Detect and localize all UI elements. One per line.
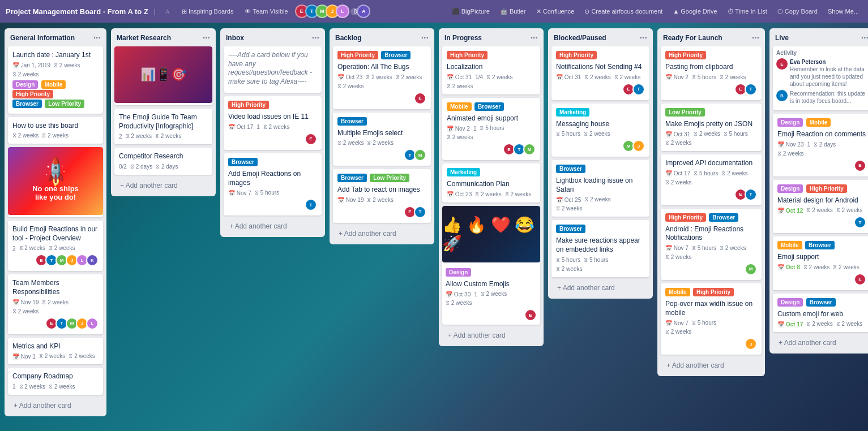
card-custom-emoji-web[interactable]: Design Browser Custom emoji for web 📅 Oc…	[773, 294, 868, 333]
card-all-bugs[interactable]: High Priority Browser Operation: All The…	[333, 46, 431, 109]
card-roadmap[interactable]: Company Roadmap 1 ⧖ 2 weeks ⧖ 2 weeks	[8, 368, 103, 395]
column-inbox: Inbox ··· ----Add a card below if you ha…	[220, 28, 325, 237]
column-menu-live[interactable]: ···	[861, 33, 868, 43]
column-cards-inprogress: High Priority Localization 📅 Oct 31 1/4 …	[439, 46, 544, 328]
label-low: Low Priority	[45, 100, 84, 108]
column-header-inbox: Inbox ···	[220, 28, 325, 46]
column-cards-live: Activity E Eva Peterson Remember to look…	[769, 46, 868, 335]
add-card-inprogress[interactable]: + Add another card	[442, 328, 540, 343]
card-emoji-support[interactable]: Mobile Browser Emoji support 📅 Oct 8 ⧖ 2…	[773, 236, 868, 290]
column-backlog: Backlog ··· High Priority Browser Operat…	[330, 28, 434, 244]
column-ready: Ready For Launch ··· High Priority Pasti…	[657, 28, 765, 376]
card-competitor[interactable]: Competitor Research 0/2 ⧖ 2 days ⧖ 2 day…	[114, 148, 212, 175]
card-video-load[interactable]: High Priority Video load issues on IE 11…	[224, 96, 322, 150]
column-inprogress: In Progress ··· High Priority Localizati…	[439, 28, 544, 346]
card-lightbox[interactable]: Browser Lightbox loading issue on Safari…	[551, 160, 649, 217]
nav-right-links: ⬛ BigPicture 🤖 Butler ✕ Confluence ⊙ Cre…	[448, 6, 862, 17]
confluence-link[interactable]: ✕ Confluence	[533, 6, 578, 17]
column-cards-market: 📊📱🎯 The Emoji Guide To Team Productivity…	[111, 46, 216, 178]
airfocus-link[interactable]: ⊙ Create airfocus document	[581, 6, 666, 17]
card-make-emojis-json[interactable]: Low Priority Make Emojis pretty on JSON …	[661, 104, 762, 152]
workspace-link[interactable]: ⊞ Inspiring Boards	[178, 6, 237, 17]
label-high: High Priority	[12, 90, 53, 98]
copyboard-link[interactable]: ⬡ Copy Board	[774, 6, 821, 17]
column-menu-market[interactable]: ···	[203, 33, 210, 43]
card-material-design[interactable]: Design High Priority Material design for…	[773, 180, 868, 234]
card-allow-custom[interactable]: 👍 🔥 ❤️ 😂 🚀 Design Allow Custom Emojis 📅 …	[442, 206, 540, 325]
rocket-image: 🚀 No one shipslike you do!	[8, 147, 103, 215]
column-menu-ready[interactable]: ···	[752, 33, 759, 43]
add-card-live[interactable]: + Add another card	[773, 335, 868, 350]
member-avatars: E T M J L 8 A	[298, 5, 371, 18]
card-messaging-house[interactable]: Marketing Messaging house ⧖ 5 hours ⧖ 2 …	[551, 104, 649, 157]
card-inbox-desc[interactable]: ----Add a card below if you have any req…	[224, 46, 322, 93]
timeinlist-link[interactable]: ⏱ Time In List	[724, 6, 771, 16]
column-cards-general: Launch date : January 1st 📅 Jan 1, 2019 …	[5, 46, 106, 398]
column-menu-blocked[interactable]: ···	[640, 33, 647, 43]
board-title: Project Management Board - From A to Z	[6, 7, 148, 16]
label-browser: Browser	[12, 100, 42, 108]
add-card-blocked[interactable]: + Add another card	[551, 281, 649, 295]
column-general: General Information ··· Launch date : Ja…	[5, 28, 106, 416]
top-nav: Project Management Board - From A to Z |…	[0, 0, 868, 23]
card-launch-date[interactable]: Launch date : January 1st 📅 Jan 1, 2019 …	[8, 46, 103, 114]
card-animated-emoji[interactable]: Mobile Browser Animated emoji support 📅 …	[442, 98, 540, 161]
star-button[interactable]: ☆	[161, 6, 174, 17]
card-improved-api[interactable]: Improved API documentation 📅 Oct 17 ⧖ 5 …	[661, 154, 762, 205]
card-team-resp[interactable]: Team Members Responsibilities 📅 Nov 19 ⧖…	[8, 274, 103, 334]
column-cards-ready: High Priority Pasting from clipboard 📅 N…	[657, 46, 765, 358]
column-cards-blocked: High Priority Notifications Not Sending …	[548, 46, 653, 281]
column-header-market: Market Research ···	[111, 28, 216, 46]
add-card-market[interactable]: + Add another card	[114, 178, 212, 193]
column-menu-inbox[interactable]: ···	[312, 33, 319, 43]
card-localization[interactable]: High Priority Localization 📅 Oct 31 1/4 …	[442, 46, 540, 94]
team-link[interactable]: 👁 Team Visible	[241, 6, 291, 16]
column-header-ready: Ready For Launch ···	[657, 28, 765, 46]
column-header-backlog: Backlog ···	[330, 28, 434, 46]
card-metrics[interactable]: Metrics and KPI 📅 Nov 1 ⧖ 2 weeks ⧖ 2 we…	[8, 338, 103, 365]
card-emoji-reactions-img[interactable]: Browser Add Emoji Reactions on images 📅 …	[224, 153, 322, 215]
card-add-tab[interactable]: Browser Low Priority Add Tab to react on…	[333, 169, 431, 223]
column-header-inprogress: In Progress ···	[439, 28, 544, 46]
butler-link[interactable]: 🤖 Butler	[497, 6, 529, 17]
bigpicture-link[interactable]: ⬛ BigPicture	[448, 6, 493, 17]
column-header-live: Live ···	[769, 28, 868, 46]
card-android-emoji-notif[interactable]: High Priority Browser Android : Emoji Re…	[661, 209, 762, 280]
label-mobile: Mobile	[41, 80, 66, 89]
column-menu-general[interactable]: ···	[93, 33, 101, 43]
add-card-general[interactable]: + Add another card	[8, 398, 103, 413]
card-build-emoji[interactable]: Build Emoji Reactions in our tool - Proj…	[8, 221, 103, 271]
column-cards-backlog: High Priority Browser Operation: All The…	[330, 46, 434, 226]
market-research-image: 📊📱🎯	[114, 46, 212, 103]
column-market: Market Research ··· 📊📱🎯 The Emoji Guide …	[111, 28, 216, 196]
gdrive-link[interactable]: ▲ Google Drive	[669, 6, 720, 16]
add-card-inbox[interactable]: + Add another card	[224, 219, 322, 234]
card-market-img[interactable]: 📊📱🎯	[114, 46, 212, 105]
add-card-ready[interactable]: + Add another card	[661, 358, 762, 373]
card-how-to-use[interactable]: How to use this board ⧖ 2 weeks ⧖ 2 week…	[8, 117, 103, 144]
card-comm-plan[interactable]: Marketing Communication Plan 📅 Oct 23 ⧖ …	[442, 163, 540, 202]
card-pasting-clipboard[interactable]: High Priority Pasting from clipboard 📅 N…	[661, 46, 762, 100]
card-notif-sending[interactable]: High Priority Notifications Not Sending …	[551, 46, 649, 100]
column-header-blocked: Blocked/Paused ···	[548, 28, 653, 46]
emoji-display-image: 👍 🔥 ❤️ 😂 🚀	[442, 206, 540, 262]
card-popover-mobile[interactable]: Mobile High Priority Pop-over max width …	[661, 283, 762, 355]
card-multiple-emojis[interactable]: Browser Multiple Emojis select ⧖ 2 weeks…	[333, 113, 431, 166]
card-make-sure-reactions[interactable]: Browser Make sure reactions appear on em…	[551, 220, 649, 277]
column-header-general: General Information ···	[5, 28, 106, 46]
column-menu-backlog[interactable]: ···	[421, 33, 429, 43]
column-live: Live ··· Activity E Eva Peterson Remembe…	[769, 28, 868, 354]
card-emoji-guide[interactable]: The Emoji Guide To Team Productivity [In…	[114, 109, 212, 144]
showmore-link[interactable]: Show Me...	[824, 6, 862, 16]
column-cards-inbox: ----Add a card below if you have any req…	[220, 46, 325, 219]
add-card-backlog[interactable]: + Add another card	[333, 226, 431, 241]
column-blocked: Blocked/Paused ··· High Priority Notific…	[548, 28, 653, 299]
card-emoji-reaction-comments[interactable]: Design Mobile Emoji Reaction on comments…	[773, 114, 868, 176]
avatar-current: A	[357, 5, 370, 18]
card-rocket[interactable]: 🚀 No one shipslike you do!	[8, 147, 103, 217]
column-menu-inprogress[interactable]: ···	[531, 33, 538, 43]
avatar-kw: K	[86, 254, 99, 266]
avatar-5: L	[336, 5, 349, 18]
card-activity[interactable]: Activity E Eva Peterson Remember to look…	[773, 46, 868, 110]
label-design: Design	[12, 80, 38, 89]
